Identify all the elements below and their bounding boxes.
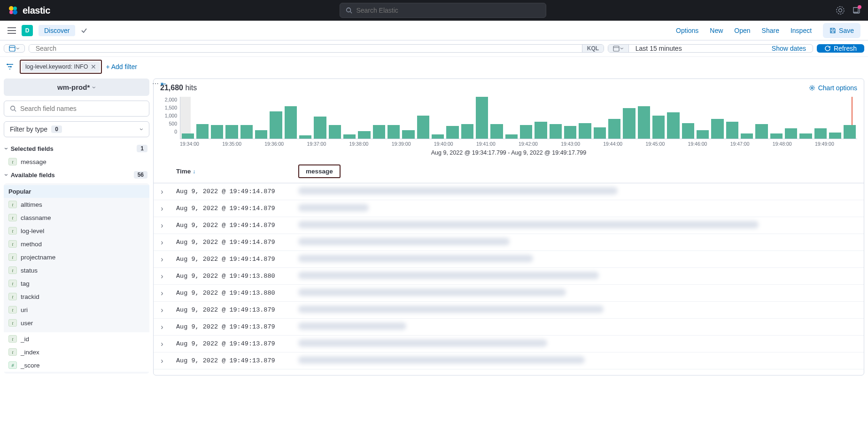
refresh-button[interactable]: Refresh — [817, 44, 864, 53]
field-item[interactable]: tclassname — [4, 211, 149, 224]
chart-bar[interactable] — [623, 108, 635, 139]
expand-row-button[interactable] — [154, 251, 170, 268]
expand-row-button[interactable] — [154, 319, 170, 336]
nav-toggle-icon[interactable] — [8, 27, 16, 34]
collapse-icon[interactable]: ⇤ — [161, 80, 166, 87]
more-icon[interactable]: ⋯ — [152, 80, 159, 87]
chart-bar[interactable] — [285, 106, 297, 139]
options-link[interactable]: Options — [676, 27, 698, 34]
save-button[interactable]: Save — [823, 23, 860, 38]
chart-bar[interactable] — [755, 124, 767, 139]
chart-bar[interactable] — [829, 133, 841, 139]
chart-bar[interactable] — [358, 131, 370, 139]
breadcrumb[interactable]: Discover — [39, 25, 75, 36]
chart-bar[interactable] — [270, 111, 282, 139]
column-time[interactable]: Time ↓ — [170, 160, 293, 183]
chart-bar[interactable] — [402, 130, 414, 139]
field-item[interactable]: ttag — [4, 277, 149, 290]
field-item[interactable]: tprojectname — [4, 250, 149, 264]
field-item[interactable]: #_score — [4, 359, 149, 372]
chart-options-button[interactable]: Chart options — [809, 84, 857, 92]
chart-bar[interactable] — [594, 127, 606, 139]
field-item[interactable]: tmethod — [4, 237, 149, 250]
chart-bar[interactable] — [299, 135, 311, 139]
field-item[interactable]: t_index — [4, 345, 149, 359]
chart-bar[interactable] — [579, 123, 591, 139]
field-item[interactable]: tstatus — [4, 264, 149, 277]
chart-bar[interactable] — [697, 130, 709, 139]
chart-bar[interactable] — [520, 125, 532, 139]
chart-bar[interactable] — [240, 125, 253, 139]
column-message[interactable]: message — [293, 160, 864, 183]
field-item[interactable]: tlog-level — [4, 224, 149, 237]
chart-bar[interactable] — [652, 116, 665, 139]
chart-bar[interactable] — [490, 124, 503, 139]
expand-row-button[interactable] — [154, 285, 170, 302]
available-fields-header[interactable]: Available fields 56 — [4, 168, 149, 181]
chart-bar[interactable] — [343, 134, 356, 139]
field-item[interactable]: talltimes — [4, 198, 149, 211]
chart-bar[interactable] — [196, 124, 209, 139]
chart-bar[interactable] — [225, 125, 238, 139]
add-filter-button[interactable]: + Add filter — [106, 63, 137, 70]
global-search-input[interactable] — [356, 7, 540, 14]
filter-by-type[interactable]: Filter by type 0 — [4, 121, 149, 137]
chart-bar[interactable] — [373, 125, 385, 139]
close-icon[interactable]: ✕ — [91, 63, 96, 70]
expand-row-button[interactable] — [154, 183, 170, 200]
chart-bar[interactable] — [682, 123, 694, 139]
new-link[interactable]: New — [710, 27, 723, 34]
open-link[interactable]: Open — [734, 27, 750, 34]
chart-bar[interactable] — [770, 133, 783, 139]
chart-bar[interactable] — [667, 112, 679, 139]
field-search-input[interactable] — [20, 105, 143, 112]
chart-bar[interactable] — [711, 119, 723, 139]
chart-bar[interactable] — [564, 126, 576, 139]
chart-bar[interactable] — [211, 125, 223, 139]
chart-bar[interactable] — [461, 124, 473, 139]
expand-row-button[interactable] — [154, 268, 170, 285]
chart-bar[interactable] — [535, 122, 547, 139]
chart-bar[interactable] — [314, 117, 326, 139]
chart-bar[interactable] — [726, 122, 738, 139]
field-item[interactable]: t_id — [4, 332, 149, 345]
expand-row-button[interactable] — [154, 336, 170, 352]
query-input[interactable] — [29, 45, 582, 52]
chart-bar[interactable] — [550, 124, 562, 139]
chart-bar[interactable] — [182, 133, 194, 139]
chart-bar[interactable] — [608, 119, 620, 139]
chart-bar[interactable] — [844, 125, 856, 139]
expand-row-button[interactable] — [154, 217, 170, 234]
expand-row-button[interactable] — [154, 352, 170, 369]
space-avatar[interactable]: D — [22, 25, 33, 36]
share-link[interactable]: Share — [762, 27, 779, 34]
field-item[interactable]: ttrackid — [4, 290, 149, 303]
chart-bar[interactable] — [255, 130, 267, 139]
dataview-selector[interactable]: wm-prod* — [4, 78, 149, 96]
chart-bar[interactable] — [432, 134, 444, 139]
expand-row-button[interactable] — [154, 234, 170, 251]
field-item[interactable]: tmessage — [4, 155, 149, 168]
kql-toggle[interactable]: KQL — [582, 45, 604, 52]
field-item[interactable]: tuser — [4, 316, 149, 329]
selected-fields-header[interactable]: Selected fields 1 — [4, 142, 149, 155]
filter-menu-icon[interactable] — [4, 63, 16, 71]
chart-bar[interactable] — [505, 134, 518, 139]
field-item[interactable]: turi — [4, 303, 149, 316]
filter-pill[interactable]: log-level.keyword: INFO ✕ — [22, 62, 100, 72]
help-icon[interactable] — [836, 6, 845, 15]
chart-bar[interactable] — [476, 97, 488, 139]
chart-bar[interactable] — [417, 116, 429, 139]
expand-row-button[interactable] — [154, 302, 170, 319]
date-quick-button[interactable] — [608, 45, 629, 52]
dataview-menu-button[interactable] — [4, 44, 25, 53]
chart-bar[interactable] — [388, 125, 400, 139]
date-range-label[interactable]: Last 15 minutes — [629, 45, 765, 52]
elastic-logo[interactable]: elastic — [8, 5, 50, 16]
newsfeed-icon[interactable] — [852, 6, 860, 15]
expand-row-button[interactable] — [154, 200, 170, 217]
chart-bar[interactable] — [799, 133, 812, 139]
show-dates-button[interactable]: Show dates — [765, 45, 813, 52]
chart-bar[interactable] — [638, 106, 650, 139]
histogram-chart[interactable]: 2,0001,5001,0005000 19:34:0019:35:0019:3… — [154, 97, 864, 160]
